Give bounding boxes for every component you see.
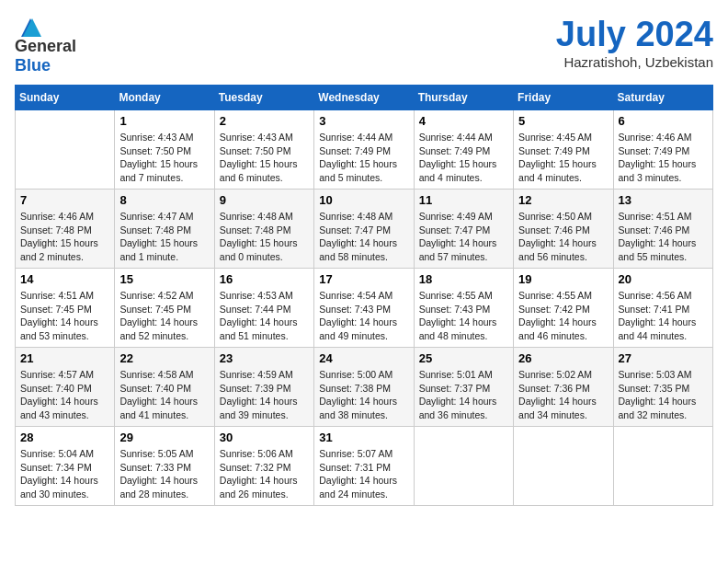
day-number: 20 xyxy=(619,272,708,286)
day-number: 26 xyxy=(518,351,608,365)
calendar-cell: 17Sunrise: 4:54 AMSunset: 7:43 PMDayligh… xyxy=(314,269,414,348)
cell-content: Sunrise: 4:51 AMSunset: 7:46 PMDaylight:… xyxy=(619,210,708,264)
cell-content: Sunrise: 4:43 AMSunset: 7:50 PMDaylight:… xyxy=(220,131,309,185)
location: Hazratishoh, Uzbekistan xyxy=(556,54,713,70)
cell-content: Sunrise: 4:52 AMSunset: 7:45 PMDaylight:… xyxy=(119,289,209,343)
calendar-cell: 8Sunrise: 4:47 AMSunset: 7:48 PMDaylight… xyxy=(115,190,214,269)
cell-content: Sunrise: 5:00 AMSunset: 7:38 PMDaylight:… xyxy=(319,368,408,422)
calendar-cell: 12Sunrise: 4:50 AMSunset: 7:46 PMDayligh… xyxy=(514,190,613,269)
calendar-cell: 6Sunrise: 4:46 AMSunset: 7:49 PMDaylight… xyxy=(613,110,712,190)
calendar-cell: 28Sunrise: 5:04 AMSunset: 7:34 PMDayligh… xyxy=(16,427,115,506)
cell-content: Sunrise: 4:43 AMSunset: 7:50 PMDaylight:… xyxy=(119,131,209,185)
weekday-header-thursday: Thursday xyxy=(414,86,513,110)
cell-content: Sunrise: 4:45 AMSunset: 7:49 PMDaylight:… xyxy=(518,131,608,185)
day-number: 13 xyxy=(619,193,708,207)
day-number: 19 xyxy=(518,272,608,286)
day-number: 3 xyxy=(319,114,408,128)
day-number: 18 xyxy=(419,272,508,286)
calendar-cell: 9Sunrise: 4:48 AMSunset: 7:48 PMDaylight… xyxy=(214,190,313,269)
weekday-header-saturday: Saturday xyxy=(613,86,712,110)
cell-content: Sunrise: 4:53 AMSunset: 7:44 PMDaylight:… xyxy=(220,289,309,343)
day-number: 17 xyxy=(319,272,408,286)
day-number: 24 xyxy=(319,351,408,365)
calendar-cell: 1Sunrise: 4:43 AMSunset: 7:50 PMDaylight… xyxy=(115,110,214,190)
cell-content: Sunrise: 4:57 AMSunset: 7:40 PMDaylight:… xyxy=(20,368,109,422)
calendar-cell: 27Sunrise: 5:03 AMSunset: 7:35 PMDayligh… xyxy=(613,348,712,427)
week-row-2: 7Sunrise: 4:46 AMSunset: 7:48 PMDaylight… xyxy=(16,190,713,269)
cell-content: Sunrise: 4:44 AMSunset: 7:49 PMDaylight:… xyxy=(419,131,508,185)
day-number: 31 xyxy=(319,431,408,444)
calendar-cell xyxy=(613,427,712,506)
calendar-cell: 14Sunrise: 4:51 AMSunset: 7:45 PMDayligh… xyxy=(16,269,115,348)
calendar-cell: 7Sunrise: 4:46 AMSunset: 7:48 PMDaylight… xyxy=(16,190,115,269)
calendar-cell: 2Sunrise: 4:43 AMSunset: 7:50 PMDaylight… xyxy=(214,110,313,190)
day-number: 25 xyxy=(419,351,508,365)
day-number: 5 xyxy=(518,114,608,128)
day-number: 2 xyxy=(220,114,309,128)
weekday-header-wednesday: Wednesday xyxy=(314,86,414,110)
logo-line2: Blue xyxy=(15,56,51,75)
cell-content: Sunrise: 5:07 AMSunset: 7:31 PMDaylight:… xyxy=(319,447,408,501)
cell-content: Sunrise: 4:49 AMSunset: 7:47 PMDaylight:… xyxy=(419,210,508,264)
week-row-1: 1Sunrise: 4:43 AMSunset: 7:50 PMDaylight… xyxy=(16,110,713,190)
calendar-cell: 21Sunrise: 4:57 AMSunset: 7:40 PMDayligh… xyxy=(16,348,115,427)
calendar-cell: 11Sunrise: 4:49 AMSunset: 7:47 PMDayligh… xyxy=(414,190,513,269)
cell-content: Sunrise: 4:59 AMSunset: 7:39 PMDaylight:… xyxy=(220,368,309,422)
day-number: 12 xyxy=(518,193,608,207)
weekday-header-friday: Friday xyxy=(514,86,613,110)
calendar-cell: 13Sunrise: 4:51 AMSunset: 7:46 PMDayligh… xyxy=(613,190,712,269)
cell-content: Sunrise: 4:48 AMSunset: 7:47 PMDaylight:… xyxy=(319,210,408,264)
calendar-cell: 23Sunrise: 4:59 AMSunset: 7:39 PMDayligh… xyxy=(214,348,313,427)
logo: General Blue xyxy=(15,15,76,75)
week-row-5: 28Sunrise: 5:04 AMSunset: 7:34 PMDayligh… xyxy=(16,427,713,506)
cell-content: Sunrise: 5:05 AMSunset: 7:33 PMDaylight:… xyxy=(119,447,209,501)
cell-content: Sunrise: 4:47 AMSunset: 7:48 PMDaylight:… xyxy=(119,210,209,264)
calendar-cell: 24Sunrise: 5:00 AMSunset: 7:38 PMDayligh… xyxy=(314,348,414,427)
cell-content: Sunrise: 4:44 AMSunset: 7:49 PMDaylight:… xyxy=(319,131,408,185)
cell-content: Sunrise: 4:58 AMSunset: 7:40 PMDaylight:… xyxy=(119,368,209,422)
day-number: 11 xyxy=(419,193,508,207)
cell-content: Sunrise: 4:56 AMSunset: 7:41 PMDaylight:… xyxy=(619,289,708,343)
weekday-header-tuesday: Tuesday xyxy=(214,86,313,110)
cell-content: Sunrise: 5:06 AMSunset: 7:32 PMDaylight:… xyxy=(220,447,309,501)
page-header: General Blue July 2024 Hazratishoh, Uzbe… xyxy=(15,15,713,75)
week-row-3: 14Sunrise: 4:51 AMSunset: 7:45 PMDayligh… xyxy=(16,269,713,348)
day-number: 23 xyxy=(220,351,309,365)
calendar-cell: 22Sunrise: 4:58 AMSunset: 7:40 PMDayligh… xyxy=(115,348,214,427)
week-row-4: 21Sunrise: 4:57 AMSunset: 7:40 PMDayligh… xyxy=(16,348,713,427)
calendar-cell xyxy=(414,427,513,506)
day-number: 7 xyxy=(20,193,109,207)
day-number: 9 xyxy=(220,193,309,207)
day-number: 6 xyxy=(619,114,708,128)
calendar-cell: 3Sunrise: 4:44 AMSunset: 7:49 PMDaylight… xyxy=(314,110,414,190)
day-number: 15 xyxy=(119,272,209,286)
calendar-cell: 4Sunrise: 4:44 AMSunset: 7:49 PMDaylight… xyxy=(414,110,513,190)
cell-content: Sunrise: 4:48 AMSunset: 7:48 PMDaylight:… xyxy=(220,210,309,264)
day-number: 1 xyxy=(119,114,209,128)
cell-content: Sunrise: 5:03 AMSunset: 7:35 PMDaylight:… xyxy=(619,368,708,422)
calendar-cell: 15Sunrise: 4:52 AMSunset: 7:45 PMDayligh… xyxy=(115,269,214,348)
calendar-cell: 29Sunrise: 5:05 AMSunset: 7:33 PMDayligh… xyxy=(115,427,214,506)
calendar-cell: 16Sunrise: 4:53 AMSunset: 7:44 PMDayligh… xyxy=(214,269,313,348)
cell-content: Sunrise: 4:55 AMSunset: 7:42 PMDaylight:… xyxy=(518,289,608,343)
day-number: 8 xyxy=(119,193,209,207)
day-number: 4 xyxy=(419,114,508,128)
month-title: July 2024 xyxy=(556,15,713,54)
weekday-header-row: SundayMondayTuesdayWednesdayThursdayFrid… xyxy=(16,86,713,110)
calendar-cell: 30Sunrise: 5:06 AMSunset: 7:32 PMDayligh… xyxy=(214,427,313,506)
calendar-cell: 18Sunrise: 4:55 AMSunset: 7:43 PMDayligh… xyxy=(414,269,513,348)
calendar-cell: 5Sunrise: 4:45 AMSunset: 7:49 PMDaylight… xyxy=(514,110,613,190)
day-number: 27 xyxy=(619,351,708,365)
calendar-cell: 10Sunrise: 4:48 AMSunset: 7:47 PMDayligh… xyxy=(314,190,414,269)
cell-content: Sunrise: 4:51 AMSunset: 7:45 PMDaylight:… xyxy=(20,289,109,343)
day-number: 21 xyxy=(20,351,109,365)
logo-line1: General xyxy=(15,37,76,55)
calendar-cell: 31Sunrise: 5:07 AMSunset: 7:31 PMDayligh… xyxy=(314,427,414,506)
cell-content: Sunrise: 5:02 AMSunset: 7:36 PMDaylight:… xyxy=(518,368,608,422)
cell-content: Sunrise: 4:55 AMSunset: 7:43 PMDaylight:… xyxy=(419,289,508,343)
cell-content: Sunrise: 4:54 AMSunset: 7:43 PMDaylight:… xyxy=(319,289,408,343)
calendar-table: SundayMondayTuesdayWednesdayThursdayFrid… xyxy=(15,85,713,506)
calendar-cell: 20Sunrise: 4:56 AMSunset: 7:41 PMDayligh… xyxy=(613,269,712,348)
calendar-cell: 19Sunrise: 4:55 AMSunset: 7:42 PMDayligh… xyxy=(514,269,613,348)
day-number: 29 xyxy=(119,431,209,444)
